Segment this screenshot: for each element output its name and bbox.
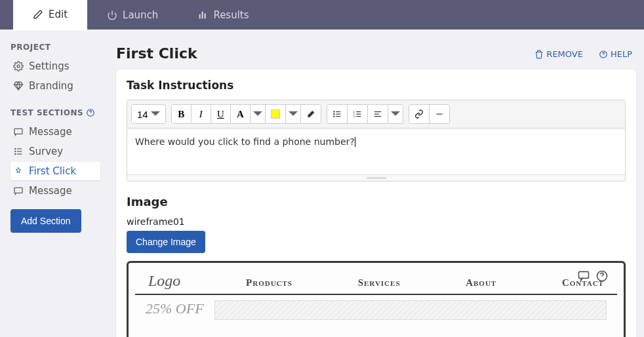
- svg-text:3: 3: [353, 115, 355, 118]
- message-icon: [13, 186, 24, 196]
- sidebar-item-label: Settings: [29, 60, 70, 72]
- svg-rect-0: [199, 14, 201, 18]
- svg-point-10: [15, 151, 16, 151]
- wireframe-sale-text: 25% OFF: [146, 300, 204, 320]
- svg-rect-5: [14, 129, 22, 134]
- project-section-label: PROJECT: [10, 43, 108, 52]
- wireframe-icons: [576, 269, 609, 283]
- task-instructions-heading: Task Instructions: [127, 79, 626, 92]
- svg-rect-17: [336, 113, 340, 114]
- svg-rect-23: [356, 113, 361, 114]
- sidebar-item-message-2[interactable]: Message: [10, 182, 108, 200]
- wireframe-preview[interactable]: Logo Products Services About Contact 25%…: [127, 261, 626, 337]
- eraser-button[interactable]: [301, 105, 321, 123]
- chevron-down-icon: [253, 109, 262, 119]
- bullet-list-icon: [332, 109, 342, 119]
- tab-label: Launch: [123, 9, 158, 21]
- sidebar-item-branding[interactable]: Branding: [10, 77, 108, 95]
- bullet-list-button[interactable]: [327, 105, 348, 123]
- svg-point-16: [333, 113, 334, 115]
- svg-rect-25: [356, 116, 361, 117]
- help-icon[interactable]: [86, 108, 95, 117]
- chevron-down-icon: [391, 109, 400, 119]
- sidebar-item-message[interactable]: Message: [10, 123, 108, 141]
- message-icon: [13, 127, 24, 137]
- numbered-list-icon: 123: [353, 109, 362, 119]
- sidebar-item-settings[interactable]: Settings: [10, 57, 108, 75]
- font-color-button[interactable]: A: [231, 105, 251, 123]
- wireframe-nav-item: About: [466, 277, 496, 288]
- sidebar-item-survey[interactable]: Survey: [10, 142, 108, 161]
- align-button[interactable]: [368, 105, 388, 123]
- comment-icon: [576, 269, 591, 283]
- svg-rect-12: [14, 188, 22, 193]
- sidebar-item-first-click[interactable]: First Click: [10, 162, 100, 180]
- trash-icon: [534, 50, 544, 59]
- sidebar-item-label: Message: [29, 185, 72, 197]
- bars-icon: [197, 10, 208, 20]
- chevron-down-icon: [151, 109, 160, 119]
- svg-point-11: [15, 153, 16, 154]
- bold-button[interactable]: B: [172, 105, 191, 123]
- align-dropdown[interactable]: [388, 105, 403, 123]
- sidebar-item-label: Message: [29, 126, 72, 138]
- add-section-button[interactable]: Add Section: [10, 209, 81, 233]
- tab-results[interactable]: Results: [178, 0, 268, 30]
- svg-rect-27: [374, 113, 379, 114]
- power-icon: [107, 10, 117, 20]
- edit-icon: [33, 9, 43, 20]
- wireframe-hero-placeholder: [214, 300, 607, 320]
- tab-label: Results: [213, 9, 249, 21]
- help-circle-icon: [595, 269, 609, 283]
- italic-button[interactable]: I: [191, 105, 211, 123]
- svg-point-3: [17, 65, 20, 68]
- wireframe-nav-item: Services: [358, 277, 401, 288]
- wireframe-nav-item: Products: [246, 277, 292, 288]
- rich-text-editor: 14 B I U A 123: [127, 100, 626, 182]
- sidebar-item-label: Survey: [29, 146, 63, 157]
- tab-edit[interactable]: Edit: [13, 0, 87, 30]
- chevron-down-icon: [289, 109, 298, 119]
- editor-toolbar: 14 B I U A 123: [127, 100, 625, 129]
- diamond-icon: [13, 81, 24, 91]
- link-icon: [414, 109, 424, 119]
- remove-link[interactable]: REMOVE: [534, 49, 583, 59]
- svg-point-9: [15, 148, 16, 149]
- editor-textarea[interactable]: Where would you click to find a phone nu…: [127, 129, 625, 174]
- change-image-button[interactable]: Change Image: [127, 231, 205, 253]
- highlight-button[interactable]: [266, 105, 286, 123]
- tab-launch[interactable]: Launch: [87, 0, 178, 30]
- svg-rect-30: [579, 271, 589, 278]
- help-link[interactable]: HELP: [599, 49, 632, 59]
- font-size-select[interactable]: 14: [132, 105, 165, 123]
- list-icon: [13, 146, 24, 157]
- svg-rect-29: [436, 113, 442, 114]
- highlight-dropdown[interactable]: [286, 105, 301, 123]
- numbered-list-button[interactable]: 123: [348, 105, 368, 123]
- wireframe-logo: Logo: [148, 272, 180, 290]
- svg-rect-19: [336, 116, 340, 117]
- eraser-icon: [306, 109, 315, 119]
- svg-rect-28: [374, 116, 382, 117]
- sidebar-item-label: First Click: [29, 165, 76, 177]
- image-heading: Image: [127, 195, 626, 208]
- card: Task Instructions 14 B I U A: [116, 69, 636, 337]
- svg-rect-26: [374, 111, 382, 112]
- svg-rect-15: [336, 111, 340, 112]
- font-color-dropdown[interactable]: [251, 105, 266, 123]
- svg-point-18: [333, 115, 334, 117]
- content: First Click REMOVE HELP Task Instruction…: [108, 30, 644, 337]
- topbar: Edit Launch Results: [0, 0, 644, 30]
- wireframe-nav: Logo Products Services About Contact: [135, 267, 617, 295]
- svg-rect-1: [202, 11, 203, 18]
- gear-icon: [13, 61, 24, 71]
- page-title: First Click: [116, 45, 197, 62]
- tab-label: Edit: [49, 9, 68, 20]
- hr-button[interactable]: [430, 105, 449, 123]
- underline-button[interactable]: U: [211, 105, 231, 123]
- link-button[interactable]: [409, 105, 430, 123]
- help-icon: [599, 50, 608, 59]
- svg-rect-2: [205, 13, 206, 18]
- editor-resize-handle[interactable]: [127, 174, 625, 181]
- pin-icon: [13, 166, 24, 176]
